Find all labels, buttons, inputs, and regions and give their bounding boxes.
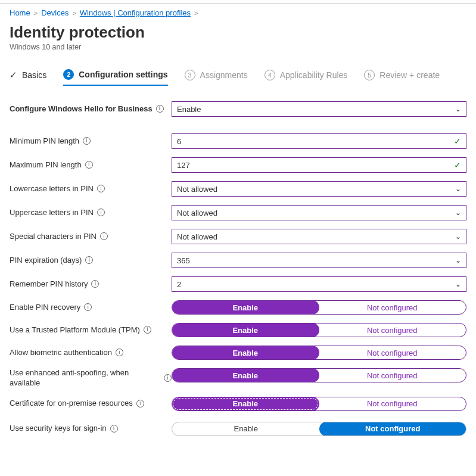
step-number-icon: 5: [364, 70, 375, 80]
label-biometric: Allow biometric authentication i: [10, 348, 172, 358]
dropdown-pin-history[interactable]: 2 ⌄: [172, 276, 466, 292]
check-icon: ✓: [10, 70, 17, 80]
breadcrumb-home[interactable]: Home: [10, 8, 30, 17]
step-applicability-rules[interactable]: 4 Applicability Rules: [265, 70, 348, 85]
breadcrumb: Home > Devices > Windows | Configuration…: [10, 6, 466, 21]
toggle-option-not-configured[interactable]: Not configured: [319, 346, 466, 359]
toggle-tpm[interactable]: Enable Not configured: [172, 323, 466, 337]
step-configuration-settings[interactable]: 2 Configuration settings: [63, 69, 167, 86]
toggle-option-enable[interactable]: Enable: [172, 397, 319, 411]
label-tpm: Use a Trusted Platform Module (TPM) i: [10, 325, 172, 335]
toggle-option-not-configured[interactable]: Not configured: [319, 397, 466, 410]
step-label: Review + create: [379, 70, 440, 80]
info-icon[interactable]: i: [156, 105, 164, 113]
label-lowercase-pin: Lowercase letters in PIN i: [10, 184, 172, 194]
toggle-pin-recovery[interactable]: Enable Not configured: [172, 300, 466, 315]
toggle-biometric[interactable]: Enable Not configured: [172, 346, 466, 360]
dropdown-special-pin[interactable]: Not allowed ⌄: [172, 229, 466, 244]
toggle-option-enable[interactable]: Enable: [172, 422, 320, 435]
wizard-steps: ✓ Basics 2 Configuration settings 3 Assi…: [10, 69, 466, 88]
step-number-icon: 2: [63, 69, 74, 80]
label-special-pin: Special characters in PIN i: [10, 232, 172, 242]
step-number-icon: 4: [265, 70, 275, 80]
input-max-pin[interactable]: 127 ✓: [172, 157, 466, 173]
chevron-down-icon: ⌄: [455, 105, 461, 113]
toggle-option-enable[interactable]: Enable: [172, 323, 319, 337]
chevron-right-icon: >: [72, 10, 76, 17]
page-subtitle: Windows 10 and later: [10, 43, 466, 51]
info-icon[interactable]: i: [116, 349, 123, 356]
step-label: Basics: [22, 70, 46, 80]
chevron-down-icon: ⌄: [455, 209, 461, 217]
step-review-create[interactable]: 5 Review + create: [364, 70, 440, 85]
chevron-down-icon: ⌄: [455, 280, 461, 288]
breadcrumb-profiles[interactable]: Windows | Configuration profiles: [80, 8, 191, 17]
info-icon[interactable]: i: [136, 400, 144, 407]
toggle-option-enable[interactable]: Enable: [172, 346, 319, 360]
dropdown-pin-expiration[interactable]: 365 ⌄: [172, 253, 466, 268]
label-anti-spoofing: Use enhanced anti-spoofing, when availab…: [10, 368, 172, 388]
label-pin-recovery: Enable PIN recovery i: [10, 303, 172, 313]
label-max-pin: Maximum PIN length i: [10, 160, 172, 170]
info-icon[interactable]: i: [164, 374, 172, 382]
label-uppercase-pin: Uppercase letters in PIN i: [10, 208, 172, 218]
toggle-certificate[interactable]: Enable Not configured: [172, 397, 466, 411]
info-icon[interactable]: i: [84, 303, 92, 311]
step-label: Assignments: [200, 70, 248, 80]
input-min-pin[interactable]: 6 ✓: [172, 133, 466, 149]
dropdown-uppercase-pin[interactable]: Not allowed ⌄: [172, 205, 466, 220]
chevron-right-icon: >: [34, 10, 38, 17]
toggle-option-enable[interactable]: Enable: [172, 300, 319, 315]
configuration-form: Configure Windows Hello for Business i E…: [10, 101, 466, 436]
label-min-pin: Minimum PIN length i: [10, 136, 172, 147]
chevron-down-icon: ⌄: [455, 185, 461, 193]
info-icon[interactable]: i: [83, 137, 91, 145]
step-basics[interactable]: ✓ Basics: [10, 70, 46, 85]
toggle-anti-spoofing[interactable]: Enable Not configured: [172, 368, 466, 382]
info-icon[interactable]: i: [97, 185, 105, 192]
dropdown-configure-hello[interactable]: Enable ⌄: [172, 101, 466, 117]
chevron-down-icon: ⌄: [455, 232, 461, 241]
toggle-option-not-configured[interactable]: Not configured: [319, 422, 467, 436]
breadcrumb-devices[interactable]: Devices: [41, 8, 69, 17]
info-icon[interactable]: i: [110, 425, 118, 433]
toggle-option-not-configured[interactable]: Not configured: [319, 323, 466, 337]
label-configure-hello: Configure Windows Hello for Business i: [10, 104, 172, 114]
info-icon[interactable]: i: [144, 326, 151, 334]
label-security-keys: Use security keys for sign-in i: [10, 424, 172, 434]
info-icon[interactable]: i: [91, 280, 99, 288]
label-pin-history: Remember PIN history i: [10, 279, 172, 290]
chevron-down-icon: ⌄: [455, 256, 461, 265]
step-assignments[interactable]: 3 Assignments: [185, 70, 248, 85]
check-icon: ✓: [454, 160, 461, 170]
info-icon[interactable]: i: [100, 232, 108, 240]
step-label: Applicability Rules: [280, 70, 348, 80]
info-icon[interactable]: i: [97, 209, 105, 216]
info-icon[interactable]: i: [85, 161, 93, 169]
toggle-option-not-configured[interactable]: Not configured: [319, 369, 466, 382]
info-icon[interactable]: i: [85, 256, 93, 264]
toggle-security-keys[interactable]: Enable Not configured: [172, 422, 466, 436]
chevron-right-icon: >: [194, 10, 198, 17]
toggle-option-enable[interactable]: Enable: [172, 368, 319, 382]
dropdown-lowercase-pin[interactable]: Not allowed ⌄: [172, 181, 466, 197]
step-number-icon: 3: [185, 70, 195, 80]
check-icon: ✓: [454, 136, 461, 146]
page-title: Identity protection: [10, 23, 466, 42]
toggle-option-not-configured[interactable]: Not configured: [319, 301, 466, 314]
label-certificate: Certificate for on-premise resources i: [10, 399, 172, 409]
label-pin-expiration: PIN expiration (days) i: [10, 256, 172, 266]
step-label: Configuration settings: [79, 70, 167, 79]
